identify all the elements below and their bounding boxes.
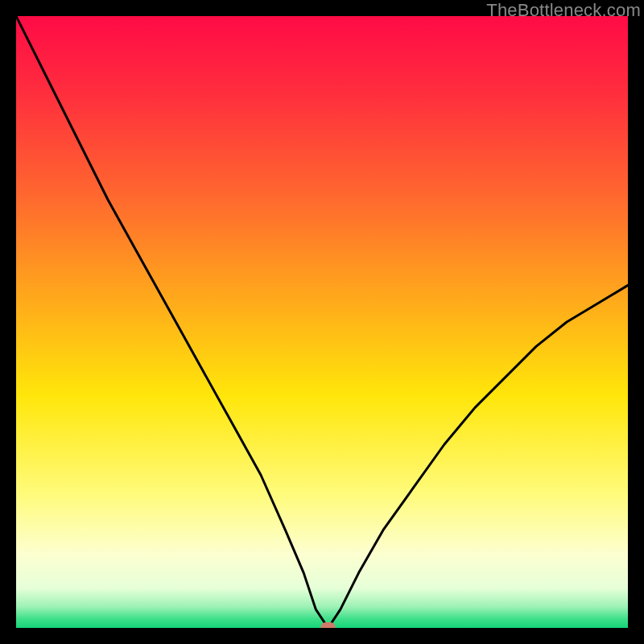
plot-area	[16, 16, 628, 628]
chart-frame: TheBottleneck.com	[0, 0, 644, 644]
watermark-label: TheBottleneck.com	[486, 0, 641, 21]
optimum-marker	[321, 622, 336, 628]
bottleneck-chart	[16, 16, 628, 628]
gradient-background	[16, 16, 628, 628]
